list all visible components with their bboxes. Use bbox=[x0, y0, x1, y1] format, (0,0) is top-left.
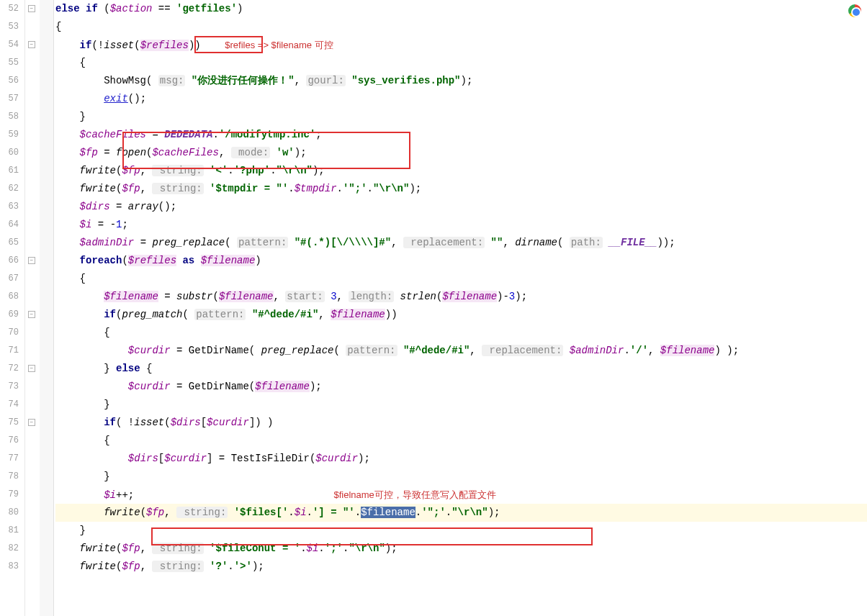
code-token: else if bbox=[55, 3, 104, 14]
code-token: ] = TestIsFileDir( bbox=[207, 453, 315, 464]
code-line[interactable]: } bbox=[55, 522, 867, 540]
code-token bbox=[325, 291, 331, 302]
code-line[interactable]: $curdir = GetDirName($filename); bbox=[55, 378, 867, 396]
fold-toggle-icon[interactable]: − bbox=[28, 365, 35, 372]
code-line[interactable]: $i++; $fielname可控，导致任意写入配置文件 bbox=[55, 486, 867, 504]
code-line[interactable]: } bbox=[55, 468, 867, 486]
code-line[interactable]: foreach($refiles as $filename) bbox=[55, 252, 867, 270]
code-token: "sys_verifies.php" bbox=[351, 75, 460, 86]
code-token: } bbox=[55, 111, 86, 122]
code-line[interactable]: { bbox=[55, 270, 867, 288]
code-line[interactable]: fwrite($fp, string: '<'.'?php'."\r\n"); bbox=[55, 162, 867, 180]
code-token: . bbox=[337, 183, 343, 194]
code-token bbox=[55, 40, 80, 51]
code-token: , bbox=[295, 75, 307, 86]
code-line[interactable]: } bbox=[55, 108, 867, 126]
fold-toggle-icon[interactable]: − bbox=[28, 41, 35, 48]
fold-column[interactable]: −−−−−− bbox=[25, 0, 40, 616]
code-token: } bbox=[55, 471, 110, 482]
code-token: pattern: bbox=[237, 237, 288, 248]
line-number: 73 bbox=[0, 378, 19, 396]
fold-toggle-icon[interactable]: − bbox=[28, 311, 35, 318]
code-line[interactable]: exit(); bbox=[55, 90, 867, 108]
code-token bbox=[55, 129, 80, 140]
code-line[interactable]: fwrite($fp, string: '$fileConut = '.$i.'… bbox=[55, 540, 867, 558]
code-token: ( bbox=[182, 309, 194, 320]
code-token: ); bbox=[385, 543, 397, 554]
code-token: $filename bbox=[201, 255, 256, 266]
code-line[interactable]: { bbox=[55, 324, 867, 342]
code-token: ); bbox=[313, 165, 325, 176]
code-line[interactable]: $cacheFiles = DEDEDATA.'/modifytmp.inc'; bbox=[55, 126, 867, 144]
fold-toggle-icon[interactable]: − bbox=[28, 5, 35, 12]
code-token: '?' bbox=[210, 561, 228, 572]
code-token: preg_match bbox=[122, 309, 182, 320]
code-line[interactable]: if( !isset($dirs[$curdir]) ) bbox=[55, 414, 867, 432]
code-token: , bbox=[337, 291, 349, 302]
code-token: '";' bbox=[421, 507, 446, 518]
code-line[interactable]: fwrite($fp, string: '$files['.$i.'] = "'… bbox=[55, 504, 867, 522]
code-line[interactable]: } else { bbox=[55, 360, 867, 378]
code-line[interactable]: { bbox=[55, 54, 867, 72]
code-token: string: bbox=[152, 165, 203, 176]
code-token: ) ); bbox=[714, 345, 739, 356]
code-token bbox=[270, 147, 276, 158]
code-line[interactable]: if(preg_match( pattern: "#^dede/#i", $fi… bbox=[55, 306, 867, 324]
code-token: $filename bbox=[361, 507, 415, 518]
code-token: isset bbox=[134, 417, 164, 428]
code-token: , bbox=[274, 291, 286, 302]
code-line[interactable]: ShowMsg( msg: "你没进行任何操作！", gourl: "sys_v… bbox=[55, 72, 867, 90]
code-line[interactable]: } bbox=[55, 396, 867, 414]
code-token: , bbox=[470, 345, 482, 356]
code-line[interactable]: $i = -1; bbox=[55, 216, 867, 234]
code-token: ( bbox=[225, 237, 237, 248]
fold-toggle-icon[interactable]: − bbox=[28, 257, 35, 264]
code-token: path: bbox=[570, 237, 603, 248]
code-line[interactable]: $curdir = GetDirName( preg_replace( patt… bbox=[55, 342, 867, 360]
code-line[interactable]: if(!isset($refiles)) $refiles => $filena… bbox=[55, 36, 867, 54]
code-token bbox=[55, 291, 104, 302]
code-token: start: bbox=[285, 291, 324, 302]
fold-toggle-icon[interactable]: − bbox=[28, 419, 35, 426]
code-token: '] = "' bbox=[313, 507, 355, 518]
code-line[interactable]: $filename = substr($filename, start: 3, … bbox=[55, 288, 867, 306]
line-number: 60 bbox=[0, 144, 19, 162]
code-token: ( bbox=[334, 345, 346, 356]
code-token: . bbox=[288, 183, 294, 194]
line-number: 80 bbox=[0, 504, 19, 522]
code-token: ( bbox=[164, 417, 170, 428]
code-line[interactable]: fwrite($fp, string: '?'.'>'); bbox=[55, 558, 867, 576]
code-token: substr bbox=[176, 291, 212, 302]
code-token: = GetDirName( bbox=[171, 345, 261, 356]
code-token: $adminDir bbox=[570, 345, 624, 356]
code-line[interactable]: else if ($action == 'getfiles') bbox=[55, 0, 867, 18]
line-number: 79 bbox=[0, 486, 19, 504]
code-token: ( bbox=[122, 255, 127, 266]
code-token: $refiles => $filename 可控 bbox=[225, 40, 333, 50]
code-line[interactable]: { bbox=[55, 432, 867, 450]
code-token bbox=[204, 543, 210, 554]
code-token: gourl: bbox=[306, 75, 345, 86]
code-token bbox=[55, 453, 128, 464]
code-token: (! bbox=[91, 40, 104, 51]
code-token: } bbox=[55, 399, 110, 410]
code-token: )) bbox=[385, 309, 397, 320]
code-token: = - bbox=[91, 219, 116, 230]
line-number: 83 bbox=[0, 558, 19, 576]
line-number: 65 bbox=[0, 234, 19, 252]
code-token: = bbox=[146, 129, 164, 140]
code-line[interactable]: $dirs[$curdir] = TestIsFileDir($curdir); bbox=[55, 450, 867, 468]
code-line[interactable]: $dirs = array(); bbox=[55, 198, 867, 216]
code-line[interactable]: fwrite($fp, string: '$tmpdir = "'.$tmpdi… bbox=[55, 180, 867, 198]
code-token: $curdir bbox=[164, 453, 207, 464]
code-token: if bbox=[104, 309, 116, 320]
code-token: } bbox=[55, 525, 86, 536]
code-editor[interactable]: 5253545556575859606162636465666768697071… bbox=[0, 0, 867, 616]
code-line[interactable]: $fp = fopen($cacheFiles, mode: 'w'); bbox=[55, 144, 867, 162]
code-area[interactable]: else if ($action == 'getfiles'){ if(!iss… bbox=[54, 0, 867, 616]
code-line[interactable]: $adminDir = preg_replace( pattern: "#(.*… bbox=[55, 234, 867, 252]
code-line[interactable]: { bbox=[55, 18, 867, 36]
code-token: "#(.*)[\/\\\\]#" bbox=[295, 237, 391, 248]
code-token: $filename bbox=[331, 309, 385, 320]
line-number: 81 bbox=[0, 522, 19, 540]
